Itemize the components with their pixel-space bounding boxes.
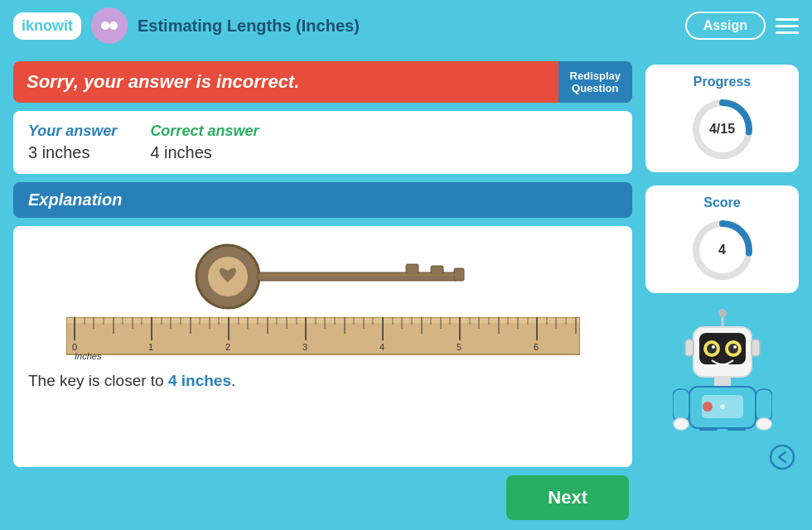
svg-point-1 xyxy=(109,22,118,30)
svg-rect-98 xyxy=(727,428,746,431)
svg-rect-97 xyxy=(699,428,718,431)
explanation-text-after: . xyxy=(231,372,235,389)
next-button-area: Next xyxy=(13,475,632,520)
incorrect-banner: Sorry, your answer is incorrect. Redispl… xyxy=(13,61,632,103)
svg-point-84 xyxy=(712,345,715,349)
svg-text:2: 2 xyxy=(225,342,230,352)
svg-point-95 xyxy=(703,402,713,412)
svg-point-93 xyxy=(674,418,689,430)
key-image xyxy=(166,239,481,314)
assign-button[interactable]: Assign xyxy=(685,12,766,40)
explanation-text: The key is closer to 4 inches. xyxy=(28,372,617,390)
svg-point-0 xyxy=(101,22,109,30)
score-title: Score xyxy=(655,195,789,210)
robot-mascot xyxy=(665,306,781,431)
hamburger-line-3 xyxy=(776,31,799,34)
logo-text: iknowit xyxy=(22,17,73,34)
content-area: Sorry, your answer is incorrect. Redispl… xyxy=(13,61,632,520)
menu-button[interactable] xyxy=(776,18,799,34)
logo-icon xyxy=(91,7,128,44)
page-title: Estimating Lengths (Inches) xyxy=(138,17,675,36)
svg-text:4: 4 xyxy=(379,342,384,352)
explanation-header: Explanation xyxy=(13,182,632,218)
svg-point-77 xyxy=(718,309,727,317)
hamburger-line-2 xyxy=(776,25,799,27)
svg-text:Inches: Inches xyxy=(75,351,102,360)
logo: iknowit xyxy=(13,12,81,40)
progress-title: Progress xyxy=(655,75,789,89)
svg-text:1: 1 xyxy=(148,342,153,352)
header: iknowit Estimating Lengths (Inches) Assi… xyxy=(0,0,812,51)
redisplay-button[interactable]: RedisplayQuestion xyxy=(558,61,632,103)
explanation-content: 0 1 2 3 4 xyxy=(13,226,632,467)
svg-point-94 xyxy=(756,418,771,430)
svg-point-99 xyxy=(771,446,794,469)
svg-point-82 xyxy=(707,344,717,354)
svg-rect-6 xyxy=(431,266,443,274)
svg-rect-91 xyxy=(673,389,689,421)
correct-answer-label: Correct answer xyxy=(150,123,259,139)
ruler-area: 0 1 2 3 4 xyxy=(66,317,580,364)
svg-text:5: 5 xyxy=(457,342,462,352)
main-layout: Sorry, your answer is incorrect. Redispl… xyxy=(0,51,812,530)
svg-rect-5 xyxy=(406,264,418,274)
svg-point-85 xyxy=(733,345,737,349)
svg-text:6: 6 xyxy=(534,342,539,352)
score-value: 4 xyxy=(718,243,726,258)
progress-circle: 4/15 xyxy=(689,96,756,162)
answer-comparison: Your answer 3 inches Correct answer 4 in… xyxy=(13,111,632,174)
svg-rect-10 xyxy=(67,318,579,323)
correct-answer-col: Correct answer 4 inches xyxy=(150,123,259,162)
svg-rect-86 xyxy=(685,340,694,356)
svg-text:3: 3 xyxy=(302,342,307,352)
svg-rect-88 xyxy=(714,377,731,387)
score-circle: 4 xyxy=(689,217,756,283)
svg-rect-87 xyxy=(752,340,760,356)
your-answer-col: Your answer 3 inches xyxy=(28,123,117,162)
svg-rect-8 xyxy=(261,273,456,276)
next-button[interactable]: Next xyxy=(506,475,629,520)
svg-rect-92 xyxy=(756,389,772,421)
explanation-text-before: The key is closer to xyxy=(28,372,168,389)
hamburger-line-1 xyxy=(776,18,799,21)
explanation-highlight: 4 inches xyxy=(168,372,231,389)
your-answer-value: 3 inches xyxy=(28,143,117,162)
progress-value: 4/15 xyxy=(709,122,735,137)
key-image-area: 0 1 2 3 4 xyxy=(28,239,617,364)
svg-point-96 xyxy=(720,404,725,409)
score-section: Score 4 xyxy=(645,186,799,293)
correct-answer-value: 4 inches xyxy=(150,143,259,162)
back-button[interactable] xyxy=(769,444,795,476)
your-answer-label: Your answer xyxy=(28,123,117,139)
incorrect-message: Sorry, your answer is incorrect. xyxy=(13,61,558,103)
sidebar: Progress 4/15 Score 4 xyxy=(645,61,799,520)
progress-section: Progress 4/15 xyxy=(645,65,799,172)
svg-point-83 xyxy=(728,344,738,354)
